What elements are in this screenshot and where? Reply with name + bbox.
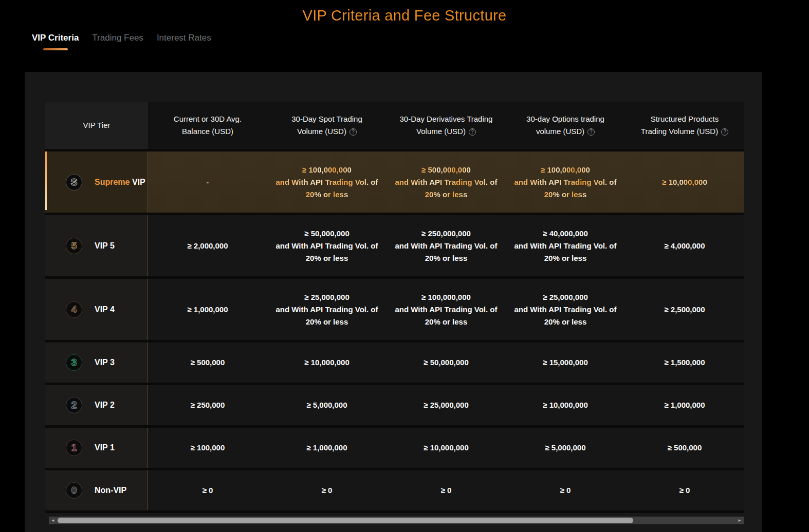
vip-badge-icon: 4 <box>66 301 82 318</box>
scroll-left-icon[interactable]: ◄ <box>49 517 57 524</box>
header-label-line: 30-Day Spot Trading <box>291 113 362 125</box>
table-body: SSupreme VIP-≥ 100,000,000and With API T… <box>45 151 744 513</box>
table-cell: ≥ 10,000,000 <box>387 428 506 468</box>
scrollbar-thumb[interactable] <box>58 518 633 523</box>
cell-value: ≥ 40,000,000 <box>543 227 587 240</box>
cell-value: ≥ 10,000,000 <box>424 442 468 454</box>
tier-label: VIP 2 <box>95 401 115 410</box>
api-note-line: and With API Trading Vol. of <box>514 240 616 252</box>
cell-value: - <box>207 176 209 188</box>
cell-value: ≥ 250,000,000 <box>421 227 471 240</box>
table-cell: ≥ 500,000 <box>625 428 744 468</box>
header-label: Current or 30D Avg.Balance (USD) <box>174 113 242 138</box>
table-row: 1VIP 1≥ 100,000≥ 1,000,000≥ 10,000,000≥ … <box>45 428 744 470</box>
header-label-line: Volume (USD)? <box>400 125 493 138</box>
table-cell: ≥ 25,000,000and With API Trading Vol. of… <box>267 279 387 340</box>
tier-cell: 0Non-VIP <box>45 470 148 510</box>
help-icon[interactable]: ? <box>469 128 476 136</box>
tier-label: Non-VIP <box>95 486 126 495</box>
table-cell: ≥ 4,000,000 <box>625 215 744 276</box>
cell-value: ≥ 1,500,000 <box>664 356 705 369</box>
cell-value: ≥ 100,000,000 <box>421 291 471 303</box>
cell-value: ≥ 0 <box>203 484 213 497</box>
horizontal-scrollbar[interactable]: ◄ ► <box>49 517 744 524</box>
table-cell: ≥ 10,000,000 <box>506 385 625 425</box>
api-note-line: and With API Trading Vol. of <box>275 303 378 316</box>
table-cell: - <box>148 151 267 213</box>
header-label: 30-day Options tradingvolume (USD)? <box>526 113 604 138</box>
cell-value: ≥ 250,000 <box>191 399 225 411</box>
tier-label: VIP 3 <box>95 358 115 367</box>
cell-value: ≥ 25,000,000 <box>304 291 349 303</box>
cell-value: ≥ 10,000,000 <box>662 176 707 188</box>
table-cell: ≥ 10,000,000 <box>625 151 744 213</box>
tab-bar: VIP Criteria Trading Fees Interest Rates <box>32 33 211 50</box>
table-row: 5VIP 5≥ 2,000,000≥ 50,000,000and With AP… <box>45 215 744 279</box>
header-label-line: volume (USD)? <box>526 125 604 138</box>
cell-value: ≥ 0 <box>560 484 571 497</box>
header-label-line: Volume (USD)? <box>291 125 362 138</box>
table-cell: ≥ 1,500,000 <box>625 343 744 383</box>
table-row: 4VIP 4≥ 1,000,000≥ 25,000,000and With AP… <box>45 279 744 343</box>
header-label: 30-Day Spot TradingVolume (USD)? <box>291 113 362 138</box>
api-note-line: 20% or less <box>306 252 348 264</box>
cell-value: ≥ 10,000,000 <box>543 399 587 411</box>
header-label: VIP Tier <box>83 119 110 131</box>
tier-cell: 3VIP 3 <box>45 343 148 383</box>
tier-cell: SSupreme VIP <box>45 151 148 213</box>
tab-interest-rates[interactable]: Interest Rates <box>157 33 211 50</box>
table-cell: ≥ 2,500,000 <box>625 279 744 340</box>
help-icon[interactable]: ? <box>721 128 728 136</box>
table-cell: ≥ 100,000,000and With API Trading Vol. o… <box>506 151 625 213</box>
tier-cell: 2VIP 2 <box>45 385 148 425</box>
tab-trading-fees[interactable]: Trading Fees <box>92 33 143 50</box>
tier-label: VIP 4 <box>95 305 115 314</box>
cell-value: ≥ 5,000,000 <box>545 442 585 454</box>
scroll-right-icon[interactable]: ► <box>736 517 744 524</box>
table-cell: ≥ 5,000,000 <box>267 385 387 425</box>
header-label-line: Structured Products <box>641 113 728 125</box>
cell-value: ≥ 10,000,000 <box>304 356 349 369</box>
header-cell: Structured ProductsTrading Volume (USD)? <box>625 102 744 149</box>
api-note-line: 20% or less <box>544 252 587 264</box>
table-cell: ≥ 500,000,000and With API Trading Vol. o… <box>387 151 506 213</box>
header-label-line: Balance (USD) <box>174 125 242 138</box>
cell-value: ≥ 50,000,000 <box>304 227 349 240</box>
table-cell: ≥ 0 <box>506 470 625 510</box>
table-row: SSupreme VIP-≥ 100,000,000and With API T… <box>45 151 744 215</box>
api-note-line: 20% or less <box>306 188 348 201</box>
table-cell: ≥ 50,000,000and With API Trading Vol. of… <box>267 215 387 276</box>
tier-label: VIP 5 <box>95 241 115 251</box>
cell-value: ≥ 100,000 <box>191 442 225 454</box>
vip-badge-icon: S <box>66 174 82 191</box>
table-cell: ≥ 0 <box>148 470 267 510</box>
vip-badge-icon: 5 <box>66 238 82 254</box>
api-note-line: and With API Trading Vol. of <box>395 240 497 252</box>
table-cell: ≥ 0 <box>625 470 744 510</box>
tab-vip-criteria[interactable]: VIP Criteria <box>32 33 79 50</box>
table-cell: ≥ 50,000,000 <box>387 343 506 383</box>
table-cell: ≥ 1,000,000 <box>625 385 744 425</box>
help-icon[interactable]: ? <box>350 128 357 136</box>
cell-value: ≥ 25,000,000 <box>424 399 468 411</box>
table-row: 3VIP 3≥ 500,000≥ 10,000,000≥ 50,000,000≥… <box>45 343 744 385</box>
header-cell: VIP Tier <box>45 102 148 149</box>
table-cell: ≥ 40,000,000and With API Trading Vol. of… <box>506 215 625 276</box>
table-row: 0Non-VIP≥ 0≥ 0≥ 0≥ 0≥ 0 <box>45 470 744 513</box>
help-icon[interactable]: ? <box>587 128 595 136</box>
cell-value: ≥ 4,000,000 <box>664 240 705 252</box>
cell-value: ≥ 50,000,000 <box>424 356 468 369</box>
cell-value: ≥ 0 <box>322 484 333 497</box>
tier-label-rest: VIP <box>132 178 145 186</box>
vip-table: VIP TierCurrent or 30D Avg.Balance (USD)… <box>45 102 744 513</box>
vip-badge-icon: 3 <box>66 354 82 371</box>
cell-value: ≥ 1,000,000 <box>187 303 228 316</box>
tier-label: VIP 1 <box>95 443 115 452</box>
cell-value: ≥ 500,000,000 <box>421 164 471 176</box>
cell-value: ≥ 0 <box>441 484 452 497</box>
table-cell: ≥ 100,000,000and With API Trading Vol. o… <box>387 279 506 340</box>
table-cell: ≥ 1,000,000 <box>267 428 387 468</box>
header-cell: 30-Day Spot TradingVolume (USD)? <box>267 102 387 149</box>
cell-value: ≥ 15,000,000 <box>543 356 587 369</box>
table-cell: ≥ 25,000,000 <box>387 385 506 425</box>
